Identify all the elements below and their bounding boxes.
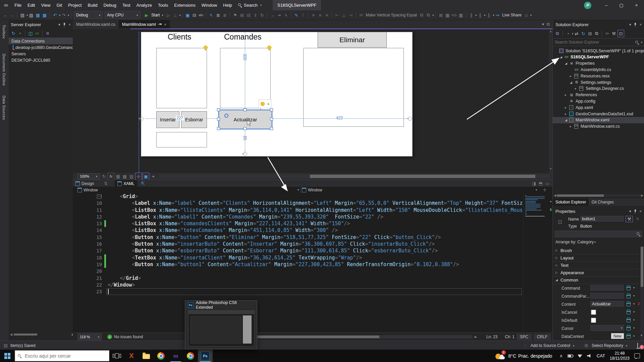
data-source-icon[interactable]: ⧈ [45, 30, 51, 37]
code-line-11[interactable]: 11 <ListBox x:Name="llistaClients" Margi… [73, 207, 523, 214]
element-selector-icon[interactable]: ⊡ [557, 219, 563, 225]
grid-small-icon[interactable]: ▦ [444, 12, 450, 18]
stop-refresh-icon[interactable]: × [17, 30, 23, 37]
events-lightning-icon[interactable]: ϟ [634, 216, 641, 222]
notifications-button[interactable]: 1 [637, 343, 638, 348]
refresh-icon[interactable]: ↻ [10, 30, 16, 37]
code-line-9[interactable]: 9– <Grid> [73, 193, 523, 200]
show-grid-icon[interactable]: ▦ [115, 173, 121, 180]
undo-icon[interactable]: ↶ [52, 12, 58, 18]
code-line-22[interactable]: 22</Window> [73, 282, 523, 288]
volume-icon[interactable] [587, 354, 592, 358]
designer-hscrollbar[interactable] [159, 174, 550, 178]
section-appearance[interactable]: ▷Appearance [553, 269, 640, 277]
spell-check-icon[interactable]: abc [198, 12, 204, 18]
arrange-by-dropdown[interactable]: Arrange by: Category▾ [555, 239, 596, 245]
add-collaborator-icon[interactable]: ☺ [523, 12, 529, 18]
designer-vscrollbar[interactable]: ▲ ▼ [549, 29, 552, 173]
tree-item-gestiocomandesdataset1-xsd[interactable]: ▸GestioComandesDataSet1.xsd [553, 111, 644, 117]
tree-item-references[interactable]: ▸⊞References [553, 92, 644, 98]
window-position-icon[interactable]: ▾ [58, 22, 60, 27]
zoom-level-dropdown[interactable]: 100%▾ [77, 173, 100, 179]
save-icon[interactable]: ▦ [35, 12, 41, 18]
panel-tab-git-changes[interactable]: Git Changes [589, 198, 616, 206]
clients-listbox[interactable] [156, 48, 207, 108]
start-debug-button[interactable]: ▶ Start ▾ [143, 12, 163, 18]
taskbar-search-input[interactable] [24, 353, 109, 359]
add-comment-icon[interactable]: ⊞ [239, 12, 245, 18]
new-file-icon[interactable]: ▤ [19, 12, 25, 18]
close-tab-icon[interactable]: × [164, 22, 166, 26]
menu-view[interactable]: View [38, 0, 53, 10]
open-file-icon[interactable]: ▨ [28, 12, 34, 18]
code-line-19[interactable]: 19 <Button x:Name="button1" Content="Act… [73, 261, 523, 268]
close-icon[interactable]: × [69, 22, 71, 26]
server-explorer-item[interactable]: Data Connections [9, 38, 73, 44]
document-outline-tab[interactable]: Document Outline [2, 54, 6, 86]
margin-link-icon[interactable] [140, 117, 144, 121]
file-explorer-app[interactable] [139, 350, 154, 362]
start-without-debug-button[interactable]: ▷ [165, 12, 171, 18]
document-tab-mainwindow.xaml.cs[interactable]: MainWindow.xaml.cs [73, 20, 119, 28]
snap-size-icon[interactable]: ⧉ [425, 12, 431, 18]
window-position-icon[interactable]: ▾ [629, 209, 631, 214]
nested-file-icon[interactable]: ⧉ [594, 30, 600, 37]
navigate-value-icon[interactable]: ❯ [637, 302, 640, 305]
history-icon[interactable]: ↻ [259, 12, 265, 18]
tree-item-resources-resx[interactable]: ▸Resources.resx [553, 73, 644, 79]
menu-help[interactable]: Help [220, 0, 235, 10]
margin-link-icon[interactable] [243, 152, 247, 156]
iscancel-checkbox[interactable] [591, 310, 596, 315]
live-share-label[interactable]: Live Share [502, 13, 521, 17]
make-vertical-spacing-equal-icon[interactable]: 00 [358, 12, 364, 18]
restore-button[interactable]: ▢ [614, 0, 629, 10]
section-brush[interactable]: ▷Brush [553, 247, 640, 254]
splitter-grip-icon[interactable]: ✛ [542, 187, 548, 193]
swap-panes-icon[interactable]: ⇅ [103, 180, 109, 187]
eliminar-button[interactable]: Eliminar [318, 32, 387, 48]
section-layout[interactable]: ▷Layout [553, 254, 640, 262]
person-box-icon[interactable]: ⊠ [438, 12, 444, 18]
indent-icon[interactable]: ≣ [215, 12, 221, 18]
code-line-21[interactable]: 21 </Grid> [73, 275, 523, 282]
live-share-icon[interactable]: ↪ [494, 12, 500, 18]
expand-pane-icon[interactable]: ⇱ [140, 180, 146, 187]
property-marker-icon[interactable] [627, 310, 631, 314]
design-view-tab[interactable]: Design [73, 180, 97, 187]
split-none-icon[interactable]: ▭ [544, 180, 550, 187]
menu-edit[interactable]: Edit [24, 0, 38, 10]
align-right-icon[interactable]: ≡ [324, 12, 330, 18]
code-line-13[interactable]: 13 <ListBox x:Name="comandesClients" Mar… [73, 220, 523, 227]
weather-description[interactable]: Prac. despejado [518, 353, 552, 359]
isdefault-checkbox[interactable] [591, 318, 596, 323]
add-to-source-control-button[interactable]: ↑ Add to Source Control ▴ [522, 342, 574, 349]
action-center-icon[interactable] [634, 353, 640, 358]
split-horizontal-icon[interactable]: ⬒ [538, 180, 544, 187]
menu-analyze[interactable]: Analyze [133, 0, 155, 10]
tree-item-solution-s16sqlserverwpf-1-of-1-project[interactable]: Solution 'S16SQLServerWPF' (1 of 1 proje… [553, 48, 644, 54]
sql-grid-icon[interactable]: SQL [451, 12, 457, 18]
navigate-forward-icon[interactable]: → [9, 12, 15, 18]
server-explorer-item[interactable]: desktop-jccl880.GestioComande [9, 44, 73, 51]
collapse-icon[interactable]: ◢ [565, 118, 567, 122]
property-marker-icon[interactable] [627, 326, 631, 330]
properties-wrench-icon[interactable]: ⚒ [626, 216, 633, 222]
battery-icon[interactable] [568, 354, 573, 358]
window-position-icon[interactable]: ▾ [629, 22, 631, 27]
code-line-10[interactable]: 10 <Label x:Name="label" Content="Client… [73, 200, 523, 206]
section-common[interactable]: ◢Common [553, 276, 640, 284]
tab-list-icon[interactable]: ▾ [542, 22, 544, 26]
code-line-18[interactable]: 18 <TextBox x:Name="insertaClient" Margi… [73, 254, 523, 261]
pending-changes-filter-icon[interactable]: ◔ [565, 30, 571, 37]
collapse-all-icon[interactable]: ⊟ [587, 30, 593, 37]
tree-item-settings-settings[interactable]: ◢⚙Settings.settings [553, 79, 644, 85]
sync-with-active-document-icon[interactable]: ⇄ [574, 30, 580, 37]
tree-item-mainwindow-xaml[interactable]: ◢‹›MainWindow.xaml [553, 117, 644, 123]
view-code-icon[interactable]: <> [604, 30, 610, 37]
fold-toggle[interactable]: – [97, 194, 101, 199]
editor-minimap[interactable] [523, 193, 553, 333]
menu-window[interactable]: Window [199, 0, 220, 10]
server-explorer-hscrollbar[interactable]: ◀ ▶ [9, 332, 75, 337]
server-explorer-item[interactable]: DESKTOP-JCCL880 [9, 57, 73, 63]
hot-reload-icon[interactable]: ♨ [172, 12, 178, 18]
